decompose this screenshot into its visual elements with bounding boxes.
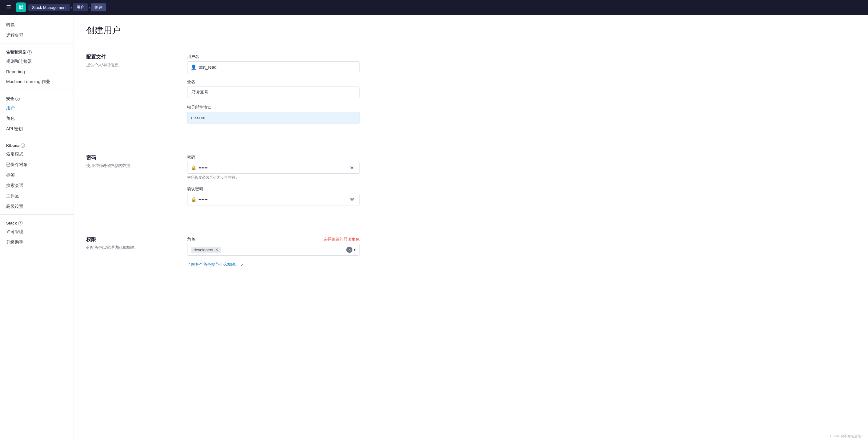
breadcrumb-users[interactable]: 用户 [73, 3, 88, 11]
password-hint: 密码长度必须至少为 6 个字符。 [187, 175, 360, 180]
sidebar-divider-1 [0, 43, 73, 43]
breadcrumb-sep-2: › [88, 5, 91, 10]
username-input[interactable] [187, 61, 360, 73]
confirm-password-input[interactable] [187, 194, 360, 205]
confirm-password-group: 确认密码 🔒 👁 [187, 186, 360, 205]
sidebar-item-switch[interactable]: 转换 [0, 20, 73, 30]
privileges-section: 权限 分配角色以管理访问和权限。 角色 选择创建的只读角色 developers… [86, 236, 856, 280]
password-toggle-button[interactable]: 👁 [348, 164, 356, 172]
chevron-down-icon: ▾ [354, 247, 355, 252]
kibana-info-icon[interactable]: ? [21, 144, 25, 148]
breadcrumb-sep-1: › [70, 5, 73, 10]
password-input[interactable] [187, 162, 360, 174]
page-divider [86, 44, 856, 44]
email-group: 电子邮件地址 [187, 105, 360, 123]
password-section-meta: 密码 使用强密码保护您的数据。 [86, 155, 173, 212]
sidebar-item-remote-cluster[interactable]: 远程集群 [0, 30, 73, 41]
breadcrumb: Stack Management › 用户 › 创建 [28, 3, 106, 11]
security-info-icon[interactable]: ? [16, 97, 20, 101]
roles-group: 角色 选择创建的只读角色 developers ✕ ✕ ▾ [187, 236, 360, 256]
fullname-label: 全名 [187, 79, 360, 85]
sidebar-section-kibana: Kibana ? [0, 140, 73, 149]
sidebar-item-advanced-settings[interactable]: 高级设置 [0, 201, 73, 212]
role-hint: 选择创建的只读角色 [323, 236, 360, 242]
fullname-input[interactable] [187, 87, 360, 98]
top-navigation: ☰ 默 Stack Management › 用户 › 创建 [0, 0, 868, 15]
sidebar-item-workspace[interactable]: 工作区 [0, 191, 73, 201]
password-section-title: 密码 [86, 155, 173, 161]
password-section-fields: 密码 🔒 👁 密码长度必须至少为 6 个字符。 确认密码 🔒 👁 [187, 155, 360, 212]
roles-label-row: 角色 选择创建的只读角色 [187, 236, 360, 242]
sidebar: 转换 远程集群 告警和洞见 ? 规则和连接器 Reporting Machine… [0, 15, 74, 441]
sidebar-item-ml[interactable]: Machine Learning 作业 [0, 77, 73, 87]
sidebar-item-reporting[interactable]: Reporting [0, 67, 73, 77]
sidebar-item-rules[interactable]: 规则和连接器 [0, 56, 73, 67]
main-content: 创建用户 配置文件 提供个人详细信息。 用户名 👤 全名 [74, 15, 868, 441]
privileges-section-title: 权限 [86, 236, 173, 243]
sidebar-item-upgrade[interactable]: 升级助手 [0, 237, 73, 247]
logo-badge: 默 [16, 2, 26, 12]
confirm-password-input-wrapper: 🔒 👁 [187, 194, 360, 205]
hamburger-button[interactable]: ☰ [4, 3, 13, 12]
breadcrumb-create[interactable]: 创建 [91, 3, 106, 11]
sidebar-item-search-sessions[interactable]: 搜索会话 [0, 180, 73, 191]
sidebar-section-stack: Stack ? [0, 217, 73, 227]
privileges-section-meta: 权限 分配角色以管理访问和权限。 [86, 236, 173, 267]
learn-more-link[interactable]: 了解各个角色授予什么权限。 ↗ [187, 262, 360, 267]
role-tag-label: developers [194, 247, 213, 252]
roles-label: 角色 [187, 236, 195, 242]
user-icon: 👤 [191, 64, 197, 70]
external-link-icon: ↗ [240, 262, 244, 267]
sidebar-item-saved-objects[interactable]: 已保存对象 [0, 159, 73, 170]
username-group: 用户名 👤 [187, 54, 360, 73]
password-section-desc: 使用强密码保护您的数据。 [86, 163, 173, 169]
sidebar-item-api-keys[interactable]: API 密钥 [0, 124, 73, 134]
sidebar-item-tags[interactable]: 标签 [0, 170, 73, 180]
username-input-wrapper: 👤 [187, 61, 360, 73]
role-tag-developers: developers ✕ [191, 247, 221, 253]
profile-section-fields: 用户名 👤 全名 电子邮件地址 [187, 54, 360, 130]
main-layout: 转换 远程集群 告警和洞见 ? 规则和连接器 Reporting Machine… [0, 15, 868, 441]
password-section: 密码 使用强密码保护您的数据。 密码 🔒 👁 密码长度必须至少为 6 个字符。 … [86, 155, 856, 224]
roles-select[interactable]: developers ✕ ✕ ▾ [187, 244, 360, 256]
profile-section-meta: 配置文件 提供个人详细信息。 [86, 54, 173, 130]
username-label: 用户名 [187, 54, 360, 59]
page-title: 创建用户 [86, 25, 856, 36]
fullname-group: 全名 [187, 79, 360, 98]
confirm-lock-icon: 🔒 [191, 197, 197, 202]
breadcrumb-stack-management[interactable]: Stack Management [28, 4, 70, 11]
profile-section-desc: 提供个人详细信息。 [86, 62, 173, 68]
role-tag-remove-button[interactable]: ✕ [215, 247, 219, 252]
password-group: 密码 🔒 👁 密码长度必须至少为 6 个字符。 [187, 155, 360, 180]
lock-icon: 🔒 [191, 165, 197, 171]
email-label: 电子邮件地址 [187, 105, 360, 110]
role-select-actions: ✕ ▾ [346, 247, 355, 253]
privileges-section-fields: 角色 选择创建的只读角色 developers ✕ ✕ ▾ [187, 236, 360, 267]
profile-section: 配置文件 提供个人详细信息。 用户名 👤 全名 [86, 54, 856, 142]
profile-section-title: 配置文件 [86, 54, 173, 60]
sidebar-section-security: 安全 ? [0, 92, 73, 103]
stack-info-icon[interactable]: ? [18, 221, 23, 226]
confirm-password-label: 确认密码 [187, 186, 360, 192]
sidebar-divider-4 [0, 214, 73, 215]
sidebar-section-alerts: 告警和洞见 ? [0, 46, 73, 56]
password-input-wrapper: 🔒 👁 [187, 162, 360, 174]
learn-more-text: 了解各个角色授予什么权限。 [187, 262, 239, 267]
sidebar-item-index-patterns[interactable]: 索引模式 [0, 149, 73, 159]
alerts-info-icon[interactable]: ? [27, 50, 32, 55]
role-clear-button[interactable]: ✕ [346, 247, 352, 253]
sidebar-item-license[interactable]: 许可管理 [0, 227, 73, 237]
sidebar-divider-2 [0, 90, 73, 90]
confirm-password-toggle-button[interactable]: 👁 [348, 196, 356, 204]
sidebar-item-roles[interactable]: 角色 [0, 113, 73, 124]
credit-text: CSDN @不知名运维： [830, 434, 864, 439]
password-label: 密码 [187, 155, 360, 160]
sidebar-item-users[interactable]: 用户 [0, 103, 73, 113]
privileges-section-desc: 分配角色以管理访问和权限。 [86, 245, 173, 251]
email-input[interactable] [187, 112, 360, 123]
